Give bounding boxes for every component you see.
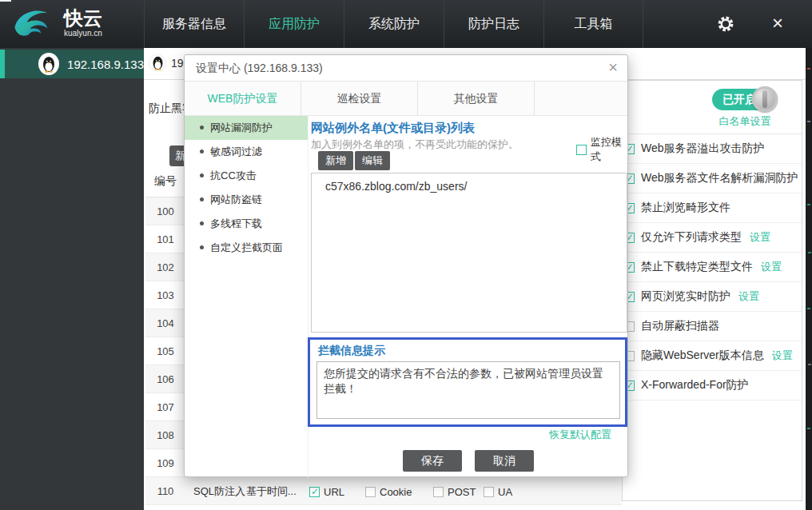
protection-item-label: 隐藏WebServer版本信息 [641, 349, 764, 363]
desktop-sliver [806, 48, 812, 510]
protection-item[interactable]: X-Forwarded-For防护 [623, 371, 802, 400]
check-option-url: URL [309, 486, 344, 498]
checkbox[interactable] [309, 487, 320, 497]
protection-item[interactable]: 自动屏蔽扫描器 [623, 312, 802, 341]
nav-tab-3[interactable]: 系统防护 [344, 0, 444, 48]
dialog-tabs: WEB防护设置巡检设置其他设置 [185, 82, 627, 116]
row-number: 108 [145, 421, 185, 449]
checkbox[interactable] [433, 487, 444, 497]
swirl-logo-icon [11, 5, 58, 40]
checkbox[interactable] [484, 487, 494, 497]
add-button[interactable]: 新增 [318, 151, 353, 170]
app-window: 192.168.9.133 防止黑客 新增 编号 100101102103104… [0, 0, 812, 510]
protection-item-label: Web服务器溢出攻击防护 [641, 141, 765, 156]
edit-button[interactable]: 编辑 [355, 151, 390, 170]
menu-item-label: 多线程下载 [210, 217, 262, 229]
row-number: 105 [145, 337, 185, 365]
protection-item[interactable]: 网页浏览实时防护设置 [623, 282, 802, 312]
save-button[interactable]: 保存 [403, 450, 462, 472]
dialog-side-menu: 网站漏洞防护敏感词过滤抗CC攻击网站防盗链多线程下载自定义拦截页面 [185, 116, 308, 478]
row-number: 106 [145, 365, 185, 393]
protection-item[interactable]: 禁止浏览畸形文件 [623, 193, 802, 223]
row-number: 102 [145, 253, 185, 281]
table-row[interactable]: 110SQL防注入基于时间...URLCookiePOSTUA [145, 477, 622, 505]
monitor-mode-label: 监控模式 [591, 135, 627, 164]
sidebar-server-item[interactable]: 192.168.9.133 [0, 50, 144, 78]
settings-link[interactable]: 设置 [761, 260, 782, 274]
bullet-icon [200, 245, 204, 249]
check-option-post: POST [433, 486, 476, 498]
settings-menu-item-5[interactable]: 多线程下载 [185, 212, 308, 236]
toggle-knob-icon[interactable] [752, 86, 778, 112]
protection-item[interactable]: Web服务器文件名解析漏洞防护 [623, 164, 802, 193]
protection-item[interactable]: 仅允许下列请求类型设置 [623, 223, 802, 253]
protection-item[interactable]: Web服务器溢出攻击防护 [623, 134, 802, 164]
list-item[interactable]: c57x86.zblog.com/zb_users/ [312, 173, 627, 199]
settings-tab-2[interactable]: 巡检设置 [301, 82, 418, 115]
minimize-icon[interactable] [0, 0, 11, 2]
checkbox-label: URL [324, 486, 344, 498]
exception-list-title: 网站例外名单(文件或目录)列表 [311, 121, 475, 136]
settings-menu-item-2[interactable]: 敏感词过滤 [185, 140, 308, 164]
settings-link[interactable]: 设置 [750, 230, 770, 245]
protection-item-label: 仅允许下列请求类型 [641, 230, 742, 245]
dialog-titlebar: 设置中心 (192.168.9.133) × [185, 55, 627, 82]
monitor-mode-option[interactable]: 监控模式 [576, 135, 627, 164]
exception-listbox[interactable]: c57x86.zblog.com/zb_users/ [311, 173, 627, 333]
checkbox-label: POST [448, 486, 476, 498]
protection-item-list: Web服务器溢出攻击防护Web服务器文件名解析漏洞防护禁止浏览畸形文件仅允许下列… [623, 134, 802, 400]
row-number: 110 [145, 477, 185, 505]
menu-item-label: 抗CC攻击 [210, 169, 257, 181]
dialog-title: 设置中心 (192.168.9.133) [196, 62, 323, 76]
row-number: 100 [145, 197, 185, 225]
protection-item[interactable]: 隐藏WebServer版本信息设置 [623, 341, 802, 371]
nav-tab-4[interactable]: 防护日志 [444, 0, 543, 48]
dialog-close-icon[interactable]: × [608, 58, 618, 77]
bullet-icon [200, 197, 204, 201]
intercept-message-highlight-box: 拦截信息提示 您所提交的请求含有不合法的参数，已被网站管理员设置拦截！ [308, 337, 627, 427]
nav-tab-2[interactable]: 应用防护 [244, 0, 344, 48]
intercept-message-input[interactable]: 您所提交的请求含有不合法的参数，已被网站管理员设置拦截！ [316, 361, 620, 419]
protection-item-label: 网页浏览实时防护 [641, 289, 730, 304]
settings-gear-icon[interactable] [716, 14, 735, 34]
bullet-icon [200, 149, 204, 153]
desktop-sliver-specks [807, 68, 810, 70]
protection-item-label: X-Forwarded-For防护 [641, 378, 749, 392]
web-protection-panel: 已开启 白名单设置 Web服务器溢出攻击防护Web服务器文件名解析漏洞防护禁止浏… [622, 80, 802, 501]
settings-menu-item-6[interactable]: 自定义拦截页面 [185, 236, 308, 260]
row-number: 109 [145, 449, 185, 477]
brand-name: 快云 [64, 8, 102, 29]
restore-defaults-link[interactable]: 恢复默认配置 [549, 428, 611, 442]
cancel-button[interactable]: 取消 [475, 450, 534, 472]
check-option-ua: UA [484, 486, 512, 498]
menu-item-label: 自定义拦截页面 [210, 241, 283, 253]
title-bar: 快云 kualyun.cn 服务器信息应用防护系统防护防护日志工具箱 × [0, 0, 812, 48]
settings-link[interactable]: 设置 [738, 289, 759, 304]
linux-penguin-icon [149, 54, 166, 72]
rule-desc: 基于时间... [246, 477, 297, 505]
sidebar-server-ip: 192.168.9.133 [67, 58, 144, 71]
bullet-icon [200, 221, 204, 225]
settings-menu-item-1[interactable]: 网站漏洞防护 [185, 116, 308, 140]
settings-menu-item-4[interactable]: 网站防盗链 [185, 188, 308, 212]
row-number: 101 [145, 225, 185, 253]
brand-domain: kualyun.cn [64, 29, 102, 38]
settings-tab-1[interactable]: WEB防护设置 [185, 82, 301, 115]
nav-tab-1[interactable]: 服务器信息 [144, 0, 244, 48]
settings-tab-3[interactable]: 其他设置 [418, 82, 535, 115]
window-close-icon[interactable]: × [772, 11, 783, 35]
check-option-cookie: Cookie [365, 486, 412, 498]
settings-menu-item-3[interactable]: 抗CC攻击 [185, 164, 308, 188]
protection-item[interactable]: 禁止下载特定类型文件设置 [623, 253, 802, 282]
row-number: 104 [145, 309, 185, 337]
intercept-message-label: 拦截信息提示 [318, 344, 385, 358]
checkbox[interactable] [365, 487, 376, 497]
main-nav-tabs: 服务器信息应用防护系统防护防护日志工具箱 [144, 0, 643, 48]
bullet-icon [200, 173, 204, 177]
whitelist-settings-link[interactable]: 白名单设置 [710, 114, 779, 129]
monitor-mode-checkbox[interactable] [576, 145, 587, 155]
nav-tab-5[interactable]: 工具箱 [543, 0, 643, 48]
settings-link[interactable]: 设置 [772, 349, 793, 363]
protection-item-label: 禁止浏览畸形文件 [641, 201, 730, 215]
exception-list-desc: 加入到例外名单的项，不再受此功能的保护。 [311, 137, 519, 152]
